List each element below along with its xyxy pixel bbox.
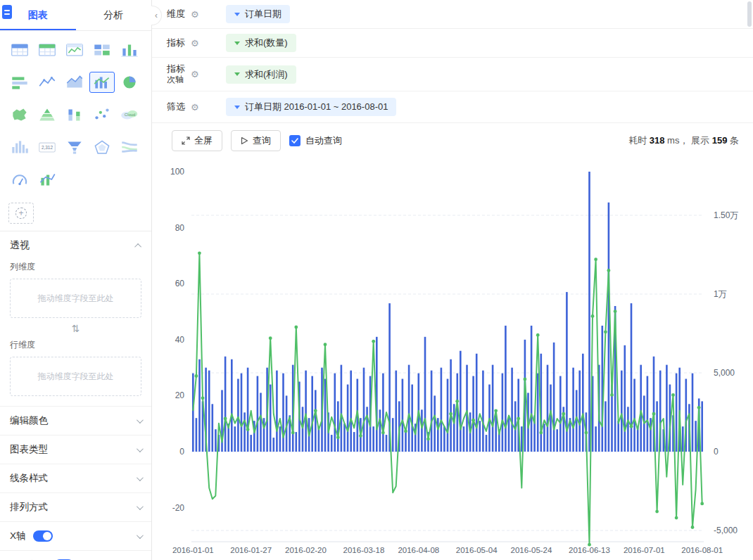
sidebar-sections: 编辑颜色图表类型线条样式排列方式	[0, 406, 151, 521]
chart-type-line-chart[interactable]	[34, 72, 60, 93]
field-pill-dimension[interactable]: 订单日期	[226, 5, 290, 23]
chart-type-gauge[interactable]	[7, 169, 32, 190]
column-dimension-label: 列维度	[10, 261, 141, 273]
svg-text:5,000: 5,000	[714, 368, 735, 378]
svg-text:2016-04-08: 2016-04-08	[398, 546, 439, 554]
fullscreen-button[interactable]: 全屏	[172, 130, 222, 151]
svg-text:60: 60	[175, 279, 185, 288]
play-icon	[241, 136, 248, 145]
section-chart-type[interactable]: 图表类型	[0, 435, 151, 464]
sidebar: 图表分析 Cloud2,312 + 透视 列维度 拖动维度字段至此处 ⇅ 行维度…	[0, 0, 152, 560]
config-row-dimension: 维度⚙订单日期	[152, 0, 753, 29]
caret-down-icon	[234, 72, 240, 76]
svg-text:-20: -20	[172, 503, 185, 513]
auto-query-option[interactable]: 自动查询	[289, 134, 342, 147]
add-chart-row: +	[8, 203, 143, 224]
chart-type-column-chart[interactable]	[117, 39, 142, 61]
chart-type-combo-chart[interactable]	[89, 72, 115, 93]
svg-text:1.50万: 1.50万	[714, 210, 738, 220]
svg-text:2016-02-20: 2016-02-20	[285, 546, 327, 554]
section-label: 排列方式	[10, 501, 48, 514]
field-pill-label: 求和(数量)	[245, 37, 288, 49]
section-label: 编辑颜色	[10, 414, 48, 427]
chart-type-polygon[interactable]	[89, 136, 115, 158]
svg-text:2016-03-18: 2016-03-18	[343, 546, 385, 554]
section-edit-colors[interactable]: 编辑颜色	[0, 406, 151, 435]
elapsed-time-value: 318	[650, 135, 665, 146]
dropzone-placeholder: 拖动维度字段至此处	[38, 293, 114, 305]
dropzone-placeholder: 拖动维度字段至此处	[38, 371, 114, 383]
tab-analysis[interactable]: 分析	[76, 0, 152, 30]
section-line-style[interactable]: 线条样式	[0, 464, 151, 492]
config-label: 指标	[167, 37, 185, 49]
section-x-axis[interactable]: X轴	[0, 521, 151, 550]
gear-icon[interactable]: ⚙	[191, 9, 199, 20]
bi-chart-builder: ‹ 图表分析 Cloud2,312 + 透视 列维度 拖动维度字段至此处 ⇅ 行…	[0, 0, 753, 560]
chart-type-flow[interactable]	[117, 136, 142, 158]
plus-icon: +	[15, 208, 27, 219]
main-panel: 维度⚙订单日期指标⚙求和(数量)指标次轴⚙求和(利润)筛选⚙订单日期 2016-…	[152, 0, 753, 560]
section-arrangement[interactable]: 排列方式	[0, 492, 151, 521]
svg-text:2016-01-01: 2016-01-01	[172, 546, 214, 554]
chart-type-table[interactable]	[34, 39, 60, 61]
query-button[interactable]: 查询	[231, 130, 281, 151]
svg-text:2016-05-04: 2016-05-04	[456, 546, 498, 554]
svg-text:-5,000: -5,000	[714, 526, 738, 535]
check-icon	[291, 138, 298, 144]
chart-type-crosstab[interactable]	[7, 39, 32, 61]
chart-type-pyramid[interactable]	[34, 104, 60, 125]
chart-type-bar-chart[interactable]	[7, 72, 32, 93]
swap-dimensions-icon[interactable]: ⇅	[0, 318, 151, 339]
chart-type-histogram[interactable]	[7, 136, 32, 158]
config-label: 筛选	[167, 101, 185, 113]
gear-icon[interactable]: ⚙	[191, 38, 199, 49]
field-pill-label: 求和(利润)	[245, 68, 288, 81]
section-pivot[interactable]: 透视	[0, 231, 151, 260]
chart-type-trend-table[interactable]	[62, 39, 87, 61]
svg-text:1万: 1万	[714, 289, 727, 299]
chevron-down-icon	[137, 445, 144, 452]
chart-type-pie-chart[interactable]	[117, 72, 142, 93]
gear-icon[interactable]: ⚙	[191, 102, 199, 113]
x-axis-label: X轴	[10, 530, 26, 542]
section-label: 线条样式	[10, 472, 48, 485]
svg-text:Cloud: Cloud	[125, 113, 135, 117]
field-pill-filter[interactable]: 订单日期 2016-01-01 ~ 2016-08-01	[226, 98, 396, 116]
config-row-measure: 指标⚙求和(数量)	[152, 29, 753, 58]
chart-type-pivot-table[interactable]	[89, 39, 115, 61]
chart-type-scatter[interactable]	[89, 104, 115, 125]
chart-type-kpi-card[interactable]: 2,312	[34, 136, 60, 158]
scrollbar-thumb[interactable]	[747, 1, 752, 27]
chart-type-stacked-column[interactable]	[62, 104, 87, 125]
pivot-title: 透视	[10, 239, 30, 252]
row-dimension-dropzone[interactable]: 拖动维度字段至此处	[10, 357, 141, 396]
caret-down-icon	[234, 106, 240, 109]
svg-text:2,312: 2,312	[42, 145, 53, 150]
chevron-left-icon: ‹	[155, 11, 158, 20]
add-chart-type-button[interactable]: +	[8, 203, 34, 224]
chevron-down-icon	[137, 503, 144, 510]
chart-type-mini-combo[interactable]	[34, 169, 60, 190]
chart-type-area-chart[interactable]	[62, 72, 87, 93]
chart-type-word-cloud[interactable]: Cloud	[117, 104, 142, 125]
config-label: 指标次轴	[167, 63, 185, 85]
section-y-axis[interactable]: Y轴 主轴	[0, 550, 151, 560]
chevron-down-icon	[137, 532, 144, 539]
auto-query-checkbox[interactable]	[289, 135, 300, 146]
app-panel-icon[interactable]	[2, 5, 12, 19]
field-pill-measure-secondary[interactable]: 求和(利润)	[226, 65, 296, 84]
chart-type-grid: Cloud2,312	[0, 31, 151, 193]
svg-text:2016-05-24: 2016-05-24	[511, 546, 552, 554]
x-axis-toggle[interactable]	[33, 530, 53, 542]
gear-icon[interactable]: ⚙	[191, 69, 199, 79]
chart-type-map[interactable]	[7, 104, 32, 125]
field-pill-measure[interactable]: 求和(数量)	[226, 34, 296, 52]
record-count-value: 159	[712, 135, 728, 146]
dual-axis-chart[interactable]: -20020406080100-5,00005,0001万1.50万2016-0…	[152, 158, 753, 560]
svg-text:2016-07-01: 2016-07-01	[624, 546, 665, 554]
config-label: 维度	[167, 8, 185, 20]
svg-text:2016-01-27: 2016-01-27	[230, 546, 272, 554]
column-dimension-dropzone[interactable]: 拖动维度字段至此处	[10, 279, 141, 318]
chart-type-funnel[interactable]	[62, 136, 87, 158]
svg-text:40: 40	[175, 335, 185, 345]
